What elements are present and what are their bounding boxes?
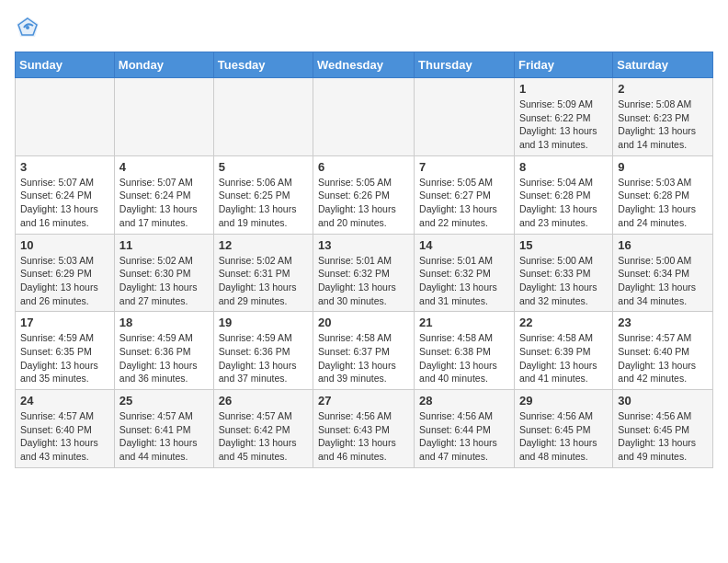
calendar-cell: 4Sunrise: 5:07 AM Sunset: 6:24 PM Daylig… [114,155,213,234]
header-day-wednesday: Wednesday [313,52,415,78]
day-number: 21 [419,316,509,329]
day-info: Sunrise: 5:04 AM Sunset: 6:28 PM Dayligh… [519,176,608,230]
calendar-cell: 13Sunrise: 5:01 AM Sunset: 6:32 PM Dayli… [313,234,415,312]
day-info: Sunrise: 4:57 AM Sunset: 6:41 PM Dayligh… [119,409,209,464]
calendar-week-5: 24Sunrise: 4:57 AM Sunset: 6:40 PM Dayli… [16,390,713,468]
calendar-week-2: 3Sunrise: 5:07 AM Sunset: 6:24 PM Daylig… [16,155,713,234]
calendar-week-3: 10Sunrise: 5:03 AM Sunset: 6:29 PM Dayli… [16,234,713,312]
day-info: Sunrise: 5:07 AM Sunset: 6:24 PM Dayligh… [20,176,109,230]
day-info: Sunrise: 4:59 AM Sunset: 6:36 PM Dayligh… [219,331,308,385]
day-number: 28 [419,394,509,408]
day-info: Sunrise: 4:58 AM Sunset: 6:38 PM Dayligh… [419,331,509,385]
day-number: 1 [519,82,608,96]
day-info: Sunrise: 5:03 AM Sunset: 6:29 PM Dayligh… [20,254,109,308]
calendar-cell [415,78,515,156]
day-info: Sunrise: 5:09 AM Sunset: 6:22 PM Dayligh… [519,98,608,152]
day-number: 17 [20,316,109,329]
day-number: 4 [119,160,209,174]
calendar-cell: 2Sunrise: 5:08 AM Sunset: 6:23 PM Daylig… [613,78,713,156]
calendar-cell: 26Sunrise: 4:57 AM Sunset: 6:42 PM Dayli… [213,390,313,468]
day-number: 27 [318,394,409,408]
calendar-cell: 22Sunrise: 4:58 AM Sunset: 6:39 PM Dayli… [514,312,612,390]
day-info: Sunrise: 5:08 AM Sunset: 6:23 PM Dayligh… [618,98,708,152]
day-info: Sunrise: 5:07 AM Sunset: 6:24 PM Dayligh… [119,176,209,230]
calendar-week-4: 17Sunrise: 4:59 AM Sunset: 6:35 PM Dayli… [16,312,713,390]
calendar-cell: 11Sunrise: 5:02 AM Sunset: 6:30 PM Dayli… [114,234,213,312]
calendar-cell: 29Sunrise: 4:56 AM Sunset: 6:45 PM Dayli… [514,390,612,468]
calendar-cell: 24Sunrise: 4:57 AM Sunset: 6:40 PM Dayli… [16,390,115,468]
day-info: Sunrise: 4:57 AM Sunset: 6:42 PM Dayligh… [219,409,308,464]
day-number: 12 [219,238,308,252]
day-number: 25 [119,394,209,408]
day-number: 18 [119,316,209,329]
calendar-cell: 5Sunrise: 5:06 AM Sunset: 6:25 PM Daylig… [213,155,313,234]
calendar-cell: 21Sunrise: 4:58 AM Sunset: 6:38 PM Dayli… [415,312,515,390]
day-number: 7 [419,160,509,174]
calendar-cell: 12Sunrise: 5:02 AM Sunset: 6:31 PM Dayli… [213,234,313,312]
day-info: Sunrise: 5:05 AM Sunset: 6:27 PM Dayligh… [419,176,509,230]
calendar-cell: 9Sunrise: 5:03 AM Sunset: 6:28 PM Daylig… [613,155,713,234]
calendar-cell: 3Sunrise: 5:07 AM Sunset: 6:24 PM Daylig… [16,155,115,234]
day-info: Sunrise: 5:01 AM Sunset: 6:32 PM Dayligh… [318,254,409,308]
day-info: Sunrise: 5:00 AM Sunset: 6:34 PM Dayligh… [618,254,708,308]
day-number: 5 [219,160,308,174]
day-number: 26 [219,394,308,408]
day-info: Sunrise: 4:58 AM Sunset: 6:39 PM Dayligh… [519,331,608,385]
day-number: 20 [318,316,409,329]
day-info: Sunrise: 4:56 AM Sunset: 6:45 PM Dayligh… [618,409,708,464]
day-number: 11 [119,238,209,252]
day-number: 22 [519,316,608,329]
day-info: Sunrise: 5:06 AM Sunset: 6:25 PM Dayligh… [219,176,308,230]
day-number: 16 [618,238,708,252]
day-number: 23 [618,316,708,329]
day-number: 30 [618,394,708,408]
calendar-table: SundayMondayTuesdayWednesdayThursdayFrid… [15,52,713,468]
header-day-tuesday: Tuesday [213,52,313,78]
svg-point-2 [26,26,29,29]
day-info: Sunrise: 5:05 AM Sunset: 6:26 PM Dayligh… [318,176,409,230]
calendar-cell: 10Sunrise: 5:03 AM Sunset: 6:29 PM Dayli… [16,234,115,312]
calendar-cell: 23Sunrise: 4:57 AM Sunset: 6:40 PM Dayli… [613,312,713,390]
logo-icon [15,15,40,40]
calendar-header: SundayMondayTuesdayWednesdayThursdayFrid… [16,52,713,78]
calendar-cell: 19Sunrise: 4:59 AM Sunset: 6:36 PM Dayli… [213,312,313,390]
calendar-cell: 16Sunrise: 5:00 AM Sunset: 6:34 PM Dayli… [613,234,713,312]
day-number: 6 [318,160,409,174]
calendar-cell: 6Sunrise: 5:05 AM Sunset: 6:26 PM Daylig… [313,155,415,234]
day-number: 13 [318,238,409,252]
day-info: Sunrise: 4:58 AM Sunset: 6:37 PM Dayligh… [318,331,409,385]
day-info: Sunrise: 4:59 AM Sunset: 6:36 PM Dayligh… [119,331,209,385]
calendar-cell: 17Sunrise: 4:59 AM Sunset: 6:35 PM Dayli… [16,312,115,390]
calendar-cell: 7Sunrise: 5:05 AM Sunset: 6:27 PM Daylig… [415,155,515,234]
calendar-cell: 30Sunrise: 4:56 AM Sunset: 6:45 PM Dayli… [613,390,713,468]
calendar-cell: 18Sunrise: 4:59 AM Sunset: 6:36 PM Dayli… [114,312,213,390]
header-row: SundayMondayTuesdayWednesdayThursdayFrid… [16,52,713,78]
day-info: Sunrise: 4:56 AM Sunset: 6:44 PM Dayligh… [419,409,509,464]
day-number: 9 [618,160,708,174]
header-day-monday: Monday [114,52,213,78]
calendar-cell: 1Sunrise: 5:09 AM Sunset: 6:22 PM Daylig… [514,78,612,156]
day-number: 3 [20,160,109,174]
day-number: 19 [219,316,308,329]
page-header [15,15,713,40]
logo [15,15,44,40]
day-number: 24 [20,394,109,408]
day-info: Sunrise: 5:02 AM Sunset: 6:31 PM Dayligh… [219,254,308,308]
day-info: Sunrise: 5:00 AM Sunset: 6:33 PM Dayligh… [519,254,608,308]
day-number: 8 [519,160,608,174]
header-day-thursday: Thursday [415,52,515,78]
day-info: Sunrise: 4:57 AM Sunset: 6:40 PM Dayligh… [20,409,109,464]
calendar-cell [114,78,213,156]
calendar-cell [213,78,313,156]
calendar-cell: 8Sunrise: 5:04 AM Sunset: 6:28 PM Daylig… [514,155,612,234]
header-day-sunday: Sunday [16,52,115,78]
header-day-saturday: Saturday [613,52,713,78]
day-number: 2 [618,82,708,96]
calendar-cell [313,78,415,156]
calendar-cell: 20Sunrise: 4:58 AM Sunset: 6:37 PM Dayli… [313,312,415,390]
day-info: Sunrise: 4:57 AM Sunset: 6:40 PM Dayligh… [618,331,708,385]
calendar-cell: 27Sunrise: 4:56 AM Sunset: 6:43 PM Dayli… [313,390,415,468]
day-info: Sunrise: 5:01 AM Sunset: 6:32 PM Dayligh… [419,254,509,308]
calendar-cell: 15Sunrise: 5:00 AM Sunset: 6:33 PM Dayli… [514,234,612,312]
day-info: Sunrise: 5:03 AM Sunset: 6:28 PM Dayligh… [618,176,708,230]
